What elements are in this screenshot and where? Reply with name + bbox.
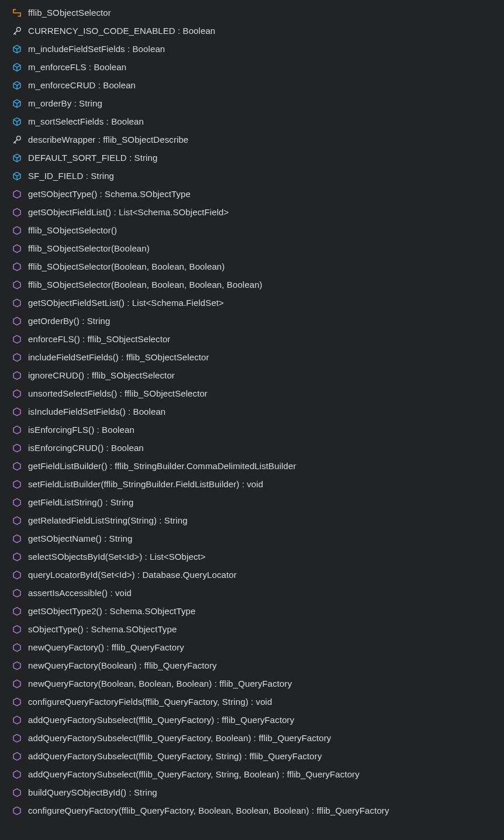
outline-item[interactable]: includeFieldSetFields() : fflib_SObjectS… xyxy=(0,348,504,366)
outline-item[interactable]: isEnforcingCRUD() : Boolean xyxy=(0,439,504,457)
outline-item[interactable]: CURRENCY_ISO_CODE_ENABLED : Boolean xyxy=(0,22,504,40)
outline-item[interactable]: getOrderBy() : String xyxy=(0,312,504,330)
outline-item[interactable]: describeWrapper : fflib_SObjectDescribe xyxy=(0,130,504,149)
outline-item[interactable]: fflib_SObjectSelector(Boolean) xyxy=(0,239,504,257)
outline-item[interactable]: buildQuerySObjectById() : String xyxy=(0,783,504,801)
outline-item-label: isEnforcingFLS() : Boolean xyxy=(28,425,134,435)
outline-item[interactable]: addQueryFactorySubselect(fflib_QueryFact… xyxy=(0,711,504,729)
svg-marker-28 xyxy=(13,317,20,325)
outline-item[interactable]: getFieldListBuilder() : fflib_StringBuil… xyxy=(0,457,504,475)
svg-marker-24 xyxy=(13,245,20,252)
outline-item[interactable]: isIncludeFieldSetFields() : Boolean xyxy=(0,402,504,421)
outline-item[interactable]: addQueryFactorySubselect(fflib_QueryFact… xyxy=(0,729,504,747)
method-cube-icon xyxy=(12,280,22,290)
svg-marker-44 xyxy=(13,607,20,615)
method-cube-icon xyxy=(12,443,22,453)
svg-marker-41 xyxy=(13,553,20,560)
outline-item[interactable]: fflib_SObjectSelector(Boolean, Boolean, … xyxy=(0,276,504,294)
outline-item[interactable]: assertIsAccessible() : void xyxy=(0,584,504,602)
outline-item-label: configureQueryFactoryFields(fflib_QueryF… xyxy=(28,697,272,707)
outline-item[interactable]: configureQueryFactoryFields(fflib_QueryF… xyxy=(0,693,504,711)
svg-marker-40 xyxy=(13,535,20,542)
outline-item-label: getSObjectFieldSetList() : List<Schema.F… xyxy=(28,298,224,308)
svg-marker-39 xyxy=(13,517,20,524)
outline-item[interactable]: fflib_SObjectSelector(Boolean, Boolean, … xyxy=(0,257,504,276)
outline-item[interactable]: getSObjectFieldSetList() : List<Schema.F… xyxy=(0,294,504,312)
outline-item[interactable]: getSObjectType2() : Schema.SObjectType xyxy=(0,602,504,620)
outline-item[interactable]: SF_ID_FIELD : String xyxy=(0,167,504,185)
svg-line-3 xyxy=(15,33,16,34)
method-cube-icon xyxy=(12,769,22,780)
outline-item-label: m_enforceCRUD : Boolean xyxy=(28,80,136,90)
outline-item-label: addQueryFactorySubselect(fflib_QueryFact… xyxy=(28,751,322,761)
outline-item[interactable]: configureQueryFactory(fflib_QueryFactory… xyxy=(0,801,504,820)
outline-item[interactable]: m_enforceCRUD : Boolean xyxy=(0,76,504,94)
method-cube-icon xyxy=(12,479,22,490)
outline-item[interactable]: m_includeFieldSetFields : Boolean xyxy=(0,40,504,58)
outline-item[interactable]: getSObjectType() : Schema.SObjectType xyxy=(0,185,504,203)
field-cube-icon xyxy=(12,116,22,127)
outline-item-label: assertIsAccessible() : void xyxy=(28,588,132,598)
svg-marker-23 xyxy=(13,226,20,234)
outline-item[interactable]: newQueryFactory() : fflib_QueryFactory xyxy=(0,638,504,656)
outline-item[interactable]: getSObjectName() : String xyxy=(0,529,504,548)
outline-item-label: m_enforceFLS : Boolean xyxy=(28,62,126,72)
svg-marker-26 xyxy=(13,281,20,288)
method-cube-icon xyxy=(12,207,22,218)
outline-item[interactable]: fflib_SObjectSelector xyxy=(0,4,504,22)
outline-item[interactable]: isEnforcingFLS() : Boolean xyxy=(0,421,504,439)
svg-marker-29 xyxy=(13,335,20,343)
method-cube-icon xyxy=(12,787,22,798)
svg-marker-55 xyxy=(13,807,20,814)
svg-marker-33 xyxy=(13,408,20,415)
outline-item-label: m_includeFieldSetFields : Boolean xyxy=(28,44,165,54)
outline-item[interactable]: unsortedSelectFields() : fflib_SObjectSe… xyxy=(0,384,504,402)
outline-item[interactable]: DEFAULT_SORT_FIELD : String xyxy=(0,149,504,167)
method-cube-icon xyxy=(12,642,22,653)
outline-item[interactable]: setFieldListBuilder(fflib_StringBuilder.… xyxy=(0,475,504,493)
outline-item[interactable]: getFieldListString() : String xyxy=(0,493,504,511)
method-cube-icon xyxy=(12,388,22,399)
outline-item[interactable]: ignoreCRUD() : fflib_SObjectSelector xyxy=(0,366,504,384)
svg-marker-45 xyxy=(13,625,20,633)
outline-item[interactable]: fflib_SObjectSelector() xyxy=(0,221,504,239)
svg-marker-32 xyxy=(13,390,20,397)
outline-item[interactable]: m_sortSelectFields : Boolean xyxy=(0,112,504,130)
outline-item[interactable]: m_enforceFLS : Boolean xyxy=(0,58,504,76)
outline-item-label: selectSObjectsById(Set<Id>) : List<SObje… xyxy=(28,552,206,562)
method-cube-icon xyxy=(12,352,22,363)
outline-item-label: unsortedSelectFields() : fflib_SObjectSe… xyxy=(28,388,208,398)
outline-item[interactable]: getSObjectFieldList() : List<Schema.SObj… xyxy=(0,203,504,221)
outline-item[interactable]: newQueryFactory(Boolean) : fflib_QueryFa… xyxy=(0,656,504,674)
svg-marker-47 xyxy=(13,662,20,669)
outline-item[interactable]: selectSObjectsById(Set<Id>) : List<SObje… xyxy=(0,548,504,566)
outline-item[interactable]: getRelatedFieldListString(String) : Stri… xyxy=(0,511,504,529)
method-cube-icon xyxy=(12,588,22,598)
method-cube-icon xyxy=(12,189,22,199)
outline-item-label: getOrderBy() : String xyxy=(28,316,110,326)
field-cube-icon xyxy=(12,80,22,91)
method-cube-icon xyxy=(12,715,22,725)
svg-marker-31 xyxy=(13,371,20,379)
outline-item[interactable]: queryLocatorById(Set<Id>) : Database.Que… xyxy=(0,566,504,584)
outline-item[interactable]: addQueryFactorySubselect(fflib_QueryFact… xyxy=(0,765,504,783)
outline-item[interactable]: sObjectType() : Schema.SObjectType xyxy=(0,620,504,638)
svg-marker-51 xyxy=(13,734,20,742)
outline-item-label: fflib_SObjectSelector(Boolean, Boolean, … xyxy=(28,261,225,271)
outline-item[interactable]: addQueryFactorySubselect(fflib_QueryFact… xyxy=(0,747,504,765)
outline-item-label: CURRENCY_ISO_CODE_ENABLED : Boolean xyxy=(28,26,215,36)
wrench-icon xyxy=(12,135,22,145)
outline-item-label: fflib_SObjectSelector(Boolean, Boolean, … xyxy=(28,280,263,290)
method-cube-icon xyxy=(12,552,22,562)
outline-item[interactable]: newQueryFactory(Boolean, Boolean, Boolea… xyxy=(0,674,504,693)
field-cube-icon xyxy=(12,171,22,181)
outline-item-label: newQueryFactory(Boolean, Boolean, Boolea… xyxy=(28,679,292,688)
svg-marker-36 xyxy=(13,462,20,470)
method-cube-icon xyxy=(12,660,22,671)
outline-item[interactable]: m_orderBy : String xyxy=(0,94,504,112)
outline-item-label: addQueryFactorySubselect(fflib_QueryFact… xyxy=(28,715,294,725)
method-cube-icon xyxy=(12,261,22,272)
svg-marker-46 xyxy=(13,643,20,651)
method-cube-icon xyxy=(12,425,22,435)
outline-item[interactable]: enforceFLS() : fflib_SObjectSelector xyxy=(0,330,504,348)
